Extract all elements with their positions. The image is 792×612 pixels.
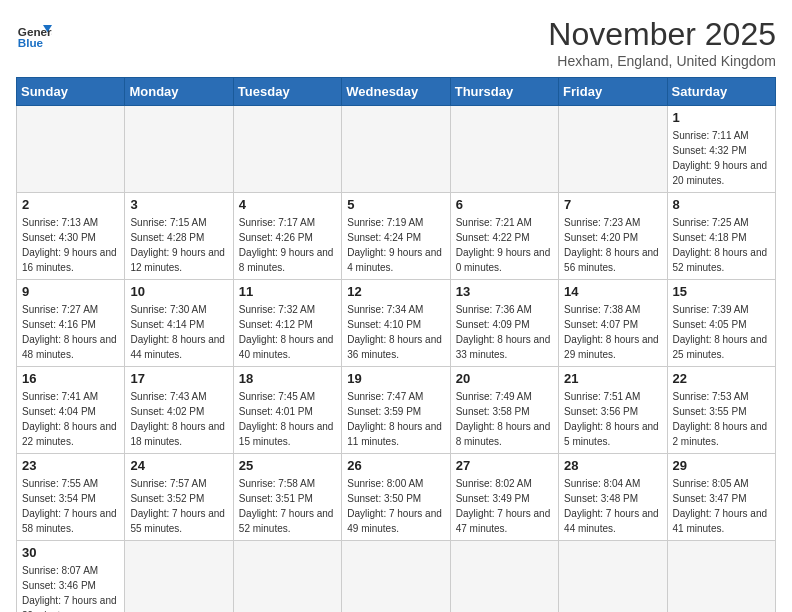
- day-info: Sunrise: 7:25 AMSunset: 4:18 PMDaylight:…: [673, 215, 770, 275]
- day-info: Sunrise: 7:34 AMSunset: 4:10 PMDaylight:…: [347, 302, 444, 362]
- day-info: Sunrise: 7:38 AMSunset: 4:07 PMDaylight:…: [564, 302, 661, 362]
- logo-icon: General Blue: [16, 16, 52, 52]
- calendar-cell: 21Sunrise: 7:51 AMSunset: 3:56 PMDayligh…: [559, 367, 667, 454]
- calendar-cell: 13Sunrise: 7:36 AMSunset: 4:09 PMDayligh…: [450, 280, 558, 367]
- calendar-cell: [667, 541, 775, 613]
- day-number: 27: [456, 458, 553, 473]
- day-number: 29: [673, 458, 770, 473]
- day-number: 8: [673, 197, 770, 212]
- day-info: Sunrise: 7:53 AMSunset: 3:55 PMDaylight:…: [673, 389, 770, 449]
- calendar-cell: 1Sunrise: 7:11 AMSunset: 4:32 PMDaylight…: [667, 106, 775, 193]
- day-number: 7: [564, 197, 661, 212]
- day-info: Sunrise: 8:07 AMSunset: 3:46 PMDaylight:…: [22, 563, 119, 612]
- day-number: 19: [347, 371, 444, 386]
- day-info: Sunrise: 7:32 AMSunset: 4:12 PMDaylight:…: [239, 302, 336, 362]
- calendar-cell: 12Sunrise: 7:34 AMSunset: 4:10 PMDayligh…: [342, 280, 450, 367]
- day-number: 24: [130, 458, 227, 473]
- day-number: 1: [673, 110, 770, 125]
- week-row-4: 16Sunrise: 7:41 AMSunset: 4:04 PMDayligh…: [17, 367, 776, 454]
- calendar-cell: [342, 541, 450, 613]
- day-number: 12: [347, 284, 444, 299]
- weekday-monday: Monday: [125, 78, 233, 106]
- calendar-cell: 4Sunrise: 7:17 AMSunset: 4:26 PMDaylight…: [233, 193, 341, 280]
- weekday-header-row: SundayMondayTuesdayWednesdayThursdayFrid…: [17, 78, 776, 106]
- calendar-cell: [342, 106, 450, 193]
- month-title: November 2025: [548, 16, 776, 53]
- day-info: Sunrise: 7:11 AMSunset: 4:32 PMDaylight:…: [673, 128, 770, 188]
- logo: General Blue: [16, 16, 52, 52]
- calendar-cell: 3Sunrise: 7:15 AMSunset: 4:28 PMDaylight…: [125, 193, 233, 280]
- day-number: 11: [239, 284, 336, 299]
- calendar-cell: 22Sunrise: 7:53 AMSunset: 3:55 PMDayligh…: [667, 367, 775, 454]
- day-info: Sunrise: 7:19 AMSunset: 4:24 PMDaylight:…: [347, 215, 444, 275]
- location: Hexham, England, United Kingdom: [548, 53, 776, 69]
- day-info: Sunrise: 7:41 AMSunset: 4:04 PMDaylight:…: [22, 389, 119, 449]
- calendar-cell: [17, 106, 125, 193]
- calendar-cell: 6Sunrise: 7:21 AMSunset: 4:22 PMDaylight…: [450, 193, 558, 280]
- calendar-cell: 29Sunrise: 8:05 AMSunset: 3:47 PMDayligh…: [667, 454, 775, 541]
- day-info: Sunrise: 7:47 AMSunset: 3:59 PMDaylight:…: [347, 389, 444, 449]
- day-info: Sunrise: 7:13 AMSunset: 4:30 PMDaylight:…: [22, 215, 119, 275]
- day-info: Sunrise: 8:00 AMSunset: 3:50 PMDaylight:…: [347, 476, 444, 536]
- calendar-cell: [125, 106, 233, 193]
- weekday-sunday: Sunday: [17, 78, 125, 106]
- title-block: November 2025 Hexham, England, United Ki…: [548, 16, 776, 69]
- day-number: 4: [239, 197, 336, 212]
- day-number: 30: [22, 545, 119, 560]
- calendar-cell: [450, 541, 558, 613]
- day-info: Sunrise: 7:55 AMSunset: 3:54 PMDaylight:…: [22, 476, 119, 536]
- calendar-cell: [450, 106, 558, 193]
- calendar-cell: 18Sunrise: 7:45 AMSunset: 4:01 PMDayligh…: [233, 367, 341, 454]
- day-info: Sunrise: 7:43 AMSunset: 4:02 PMDaylight:…: [130, 389, 227, 449]
- day-number: 3: [130, 197, 227, 212]
- calendar-cell: 10Sunrise: 7:30 AMSunset: 4:14 PMDayligh…: [125, 280, 233, 367]
- calendar-cell: 5Sunrise: 7:19 AMSunset: 4:24 PMDaylight…: [342, 193, 450, 280]
- calendar-cell: 16Sunrise: 7:41 AMSunset: 4:04 PMDayligh…: [17, 367, 125, 454]
- day-number: 9: [22, 284, 119, 299]
- weekday-tuesday: Tuesday: [233, 78, 341, 106]
- calendar-cell: 14Sunrise: 7:38 AMSunset: 4:07 PMDayligh…: [559, 280, 667, 367]
- calendar-cell: 19Sunrise: 7:47 AMSunset: 3:59 PMDayligh…: [342, 367, 450, 454]
- day-number: 2: [22, 197, 119, 212]
- day-number: 15: [673, 284, 770, 299]
- day-info: Sunrise: 7:45 AMSunset: 4:01 PMDaylight:…: [239, 389, 336, 449]
- day-info: Sunrise: 7:58 AMSunset: 3:51 PMDaylight:…: [239, 476, 336, 536]
- day-info: Sunrise: 7:15 AMSunset: 4:28 PMDaylight:…: [130, 215, 227, 275]
- day-number: 13: [456, 284, 553, 299]
- day-number: 10: [130, 284, 227, 299]
- calendar-cell: 25Sunrise: 7:58 AMSunset: 3:51 PMDayligh…: [233, 454, 341, 541]
- day-info: Sunrise: 8:02 AMSunset: 3:49 PMDaylight:…: [456, 476, 553, 536]
- day-info: Sunrise: 7:49 AMSunset: 3:58 PMDaylight:…: [456, 389, 553, 449]
- week-row-6: 30Sunrise: 8:07 AMSunset: 3:46 PMDayligh…: [17, 541, 776, 613]
- day-number: 21: [564, 371, 661, 386]
- calendar-cell: 24Sunrise: 7:57 AMSunset: 3:52 PMDayligh…: [125, 454, 233, 541]
- day-info: Sunrise: 8:05 AMSunset: 3:47 PMDaylight:…: [673, 476, 770, 536]
- day-number: 5: [347, 197, 444, 212]
- calendar-cell: 2Sunrise: 7:13 AMSunset: 4:30 PMDaylight…: [17, 193, 125, 280]
- day-info: Sunrise: 7:27 AMSunset: 4:16 PMDaylight:…: [22, 302, 119, 362]
- calendar-cell: [559, 106, 667, 193]
- calendar-cell: 23Sunrise: 7:55 AMSunset: 3:54 PMDayligh…: [17, 454, 125, 541]
- day-number: 23: [22, 458, 119, 473]
- calendar-cell: 17Sunrise: 7:43 AMSunset: 4:02 PMDayligh…: [125, 367, 233, 454]
- day-info: Sunrise: 8:04 AMSunset: 3:48 PMDaylight:…: [564, 476, 661, 536]
- day-number: 25: [239, 458, 336, 473]
- day-info: Sunrise: 7:36 AMSunset: 4:09 PMDaylight:…: [456, 302, 553, 362]
- calendar-cell: 26Sunrise: 8:00 AMSunset: 3:50 PMDayligh…: [342, 454, 450, 541]
- week-row-3: 9Sunrise: 7:27 AMSunset: 4:16 PMDaylight…: [17, 280, 776, 367]
- day-number: 22: [673, 371, 770, 386]
- calendar-cell: 11Sunrise: 7:32 AMSunset: 4:12 PMDayligh…: [233, 280, 341, 367]
- calendar-cell: 30Sunrise: 8:07 AMSunset: 3:46 PMDayligh…: [17, 541, 125, 613]
- weekday-wednesday: Wednesday: [342, 78, 450, 106]
- day-number: 6: [456, 197, 553, 212]
- page-header: General Blue November 2025 Hexham, Engla…: [16, 16, 776, 69]
- day-info: Sunrise: 7:21 AMSunset: 4:22 PMDaylight:…: [456, 215, 553, 275]
- calendar-cell: [233, 541, 341, 613]
- svg-text:Blue: Blue: [18, 36, 44, 49]
- calendar-table: SundayMondayTuesdayWednesdayThursdayFrid…: [16, 77, 776, 612]
- calendar-cell: 20Sunrise: 7:49 AMSunset: 3:58 PMDayligh…: [450, 367, 558, 454]
- calendar-cell: [233, 106, 341, 193]
- calendar-cell: [125, 541, 233, 613]
- day-number: 17: [130, 371, 227, 386]
- calendar-cell: 28Sunrise: 8:04 AMSunset: 3:48 PMDayligh…: [559, 454, 667, 541]
